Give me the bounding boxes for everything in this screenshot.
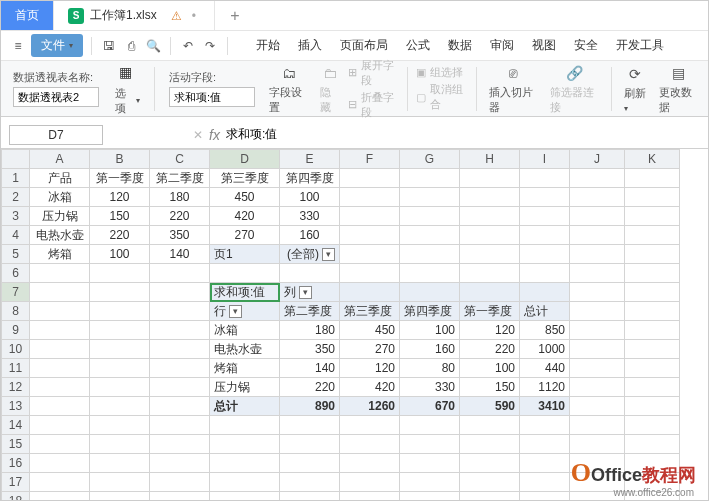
row-header[interactable]: 14 xyxy=(2,416,30,435)
group-select-button: ▣组选择 xyxy=(416,65,468,80)
menu-data[interactable]: 数据 xyxy=(448,37,472,54)
col-header[interactable]: G xyxy=(400,150,460,169)
preview-icon[interactable]: 🔍 xyxy=(144,39,162,53)
pivot-name-input[interactable] xyxy=(13,87,99,107)
collapse-field-button: ⊟折叠字段 xyxy=(348,90,399,120)
pivot-values-label[interactable]: 求和项:值 xyxy=(210,283,280,302)
row-header[interactable]: 8 xyxy=(2,302,30,321)
dropdown-icon[interactable]: ▾ xyxy=(299,286,312,299)
row-header[interactable]: 11 xyxy=(2,359,30,378)
tab-menu-icon[interactable]: • xyxy=(192,9,196,23)
save-icon[interactable]: 🖫 xyxy=(100,39,118,53)
cell[interactable]: 第二季度 xyxy=(150,169,210,188)
watermark-url: www.office26.com xyxy=(614,487,694,498)
change-data-icon: ▤ xyxy=(668,63,688,83)
cell[interactable]: 第四季度 xyxy=(280,169,340,188)
menu-layout[interactable]: 页面布局 xyxy=(340,37,388,54)
expand-field-button: ⊞展开字段 xyxy=(348,58,399,88)
col-header[interactable]: B xyxy=(90,150,150,169)
col-header[interactable]: E xyxy=(280,150,340,169)
pivot-col-label[interactable]: 列▾ xyxy=(280,283,340,302)
select-all-corner[interactable] xyxy=(2,150,30,169)
formula-input[interactable] xyxy=(226,128,526,142)
expand-icon: ⊞ xyxy=(348,66,357,79)
fx-icon[interactable]: fx xyxy=(209,127,220,143)
change-data-button[interactable]: ▤ 更改数据 xyxy=(655,61,702,117)
row-header[interactable]: 13 xyxy=(2,397,30,416)
hide-icon: 🗀 xyxy=(320,63,340,83)
menu-formula[interactable]: 公式 xyxy=(406,37,430,54)
col-header[interactable]: A xyxy=(30,150,90,169)
row-header[interactable]: 3 xyxy=(2,207,30,226)
col-header[interactable]: H xyxy=(460,150,520,169)
menu-insert[interactable]: 插入 xyxy=(298,37,322,54)
row-header[interactable]: 4 xyxy=(2,226,30,245)
ungroup-button: ▢取消组合 xyxy=(416,82,468,112)
pivot-page-value[interactable]: (全部)▾ xyxy=(280,245,340,264)
slicer-conn-button: 🔗 筛选器连接 xyxy=(546,61,603,117)
row-header[interactable]: 12 xyxy=(2,378,30,397)
row-header[interactable]: 15 xyxy=(2,435,30,454)
group-icon: ▣ xyxy=(416,66,426,79)
menu-security[interactable]: 安全 xyxy=(574,37,598,54)
spreadsheet-icon: S xyxy=(68,8,84,24)
tab-add[interactable]: + xyxy=(215,1,255,30)
row-header[interactable]: 5 xyxy=(2,245,30,264)
undo-icon[interactable]: ↶ xyxy=(179,39,197,53)
row-header[interactable]: 17 xyxy=(2,473,30,492)
field-settings-button[interactable]: 🗂 字段设置 xyxy=(265,61,312,117)
col-header[interactable]: F xyxy=(340,150,400,169)
tab-home[interactable]: 首页 xyxy=(1,1,54,30)
refresh-button[interactable]: ⟳ 刷新▾ xyxy=(620,62,651,115)
field-settings-icon: 🗂 xyxy=(279,63,299,83)
menu-view[interactable]: 视图 xyxy=(532,37,556,54)
col-header[interactable]: J xyxy=(570,150,625,169)
collapse-icon: ⊟ xyxy=(348,98,357,111)
ungroup-icon: ▢ xyxy=(416,91,426,104)
slicer-conn-icon: 🔗 xyxy=(564,63,584,83)
cell[interactable]: 产品 xyxy=(30,169,90,188)
file-menu[interactable]: 文件▾ xyxy=(31,34,83,57)
cell[interactable]: 第一季度 xyxy=(90,169,150,188)
tab-document[interactable]: S 工作簿1.xlsx ⚠ • xyxy=(54,1,215,30)
name-box[interactable]: D7 xyxy=(9,125,103,145)
dropdown-icon[interactable]: ▾ xyxy=(229,305,242,318)
slicer-icon: ⎚ xyxy=(503,63,523,83)
cell[interactable]: 第三季度 xyxy=(210,169,280,188)
col-header[interactable]: K xyxy=(625,150,680,169)
row-header[interactable]: 7 xyxy=(2,283,30,302)
row-header[interactable]: 1 xyxy=(2,169,30,188)
pivot-page-field[interactable]: 页1 xyxy=(210,245,280,264)
row-header[interactable]: 18 xyxy=(2,492,30,502)
col-header[interactable]: C xyxy=(150,150,210,169)
menu-start[interactable]: 开始 xyxy=(256,37,280,54)
pivot-name-label: 数据透视表名称: xyxy=(13,70,93,85)
insert-slicer-button[interactable]: ⎚ 插入切片器 xyxy=(485,61,542,117)
menu-review[interactable]: 审阅 xyxy=(490,37,514,54)
col-header[interactable]: I xyxy=(520,150,570,169)
active-field-input[interactable] xyxy=(169,87,255,107)
app-menu-icon[interactable]: ≡ xyxy=(9,39,27,53)
warning-icon: ⚠ xyxy=(171,9,182,23)
print-icon[interactable]: ⎙ xyxy=(122,39,140,53)
pivot-row-label[interactable]: 行▾ xyxy=(210,302,280,321)
fx-cancel-icon[interactable]: ✕ xyxy=(193,128,203,142)
hide-button[interactable]: 🗀 隐藏 xyxy=(316,61,344,117)
doc-title: 工作簿1.xlsx xyxy=(90,7,157,24)
col-header[interactable]: D xyxy=(210,150,280,169)
watermark-logo: OOffice教程网 xyxy=(571,458,696,488)
menu-dev[interactable]: 开发工具 xyxy=(616,37,664,54)
options-button[interactable]: 选项▾ xyxy=(115,86,140,116)
options-icon: ▦ xyxy=(115,62,135,82)
row-header[interactable]: 9 xyxy=(2,321,30,340)
active-field-label: 活动字段: xyxy=(169,70,216,85)
row-header[interactable]: 2 xyxy=(2,188,30,207)
row-header[interactable]: 16 xyxy=(2,454,30,473)
row-header[interactable]: 10 xyxy=(2,340,30,359)
dropdown-icon[interactable]: ▾ xyxy=(322,248,335,261)
redo-icon[interactable]: ↷ xyxy=(201,39,219,53)
refresh-icon: ⟳ xyxy=(625,64,645,84)
row-header[interactable]: 6 xyxy=(2,264,30,283)
